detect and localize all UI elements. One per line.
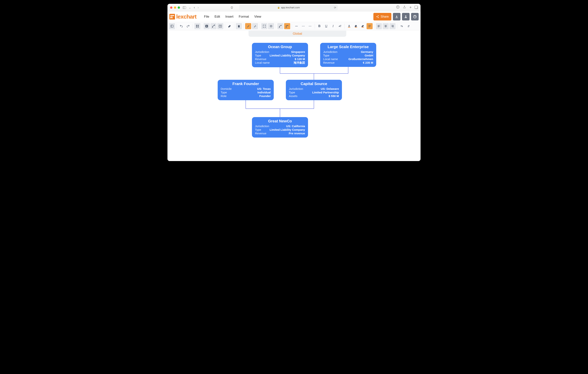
node-attr: Revenue$ 120 M [255,57,305,61]
menu-file[interactable]: File [204,15,209,19]
toolbar-highlight[interactable] [367,23,373,29]
toolbar-panel-toggle[interactable] [169,23,175,29]
toolbar-grid-layout[interactable] [194,23,200,29]
attr-key: Jurisdiction [289,87,303,90]
account-button[interactable] [402,13,410,21]
node-attr: Local name海洋集团 [255,61,305,64]
toolbar-italic[interactable]: I [330,23,336,29]
nav-forward-button[interactable]: › [198,5,199,10]
help-button[interactable] [411,13,419,21]
toolbar-text-color[interactable] [346,23,352,29]
refresh-button[interactable]: ⟳ [334,6,336,9]
toolbar-line-solid[interactable] [294,23,299,29]
close-window-button[interactable] [170,6,172,9]
toolbar-line-dotted[interactable] [307,23,313,29]
toolbar-fill-color[interactable] [353,23,359,29]
sidebar-toggle-icon[interactable] [183,6,186,9]
tabs-overview-icon[interactable] [415,6,418,9]
toolbar-text-frame[interactable] [217,23,223,29]
attr-key: Type [255,54,261,57]
attr-key: Jurisdiction [255,125,269,128]
toolbar-underline[interactable]: U [323,23,329,29]
privacy-shield-icon[interactable] [231,6,233,9]
toolbar-separator [234,24,234,29]
window-controls [170,6,180,9]
node-title: Ocean Group [255,45,305,49]
dropdown-chevron-icon[interactable]: ⌄ [189,6,191,9]
menu-insert[interactable]: Insert [225,15,234,19]
node-newco[interactable]: Great NewCoJurisdictionUS: CaliforniaTyp… [252,117,308,138]
toolbar-separator [202,24,202,29]
toolbar-align-left[interactable] [376,23,382,29]
attr-value: Germany [361,50,373,53]
downloads-icon[interactable] [396,5,399,10]
attr-value: Limited Liability Company [270,128,305,131]
attr-value: GmbH [365,54,373,57]
node-lse[interactable]: Large Scale EnterpriseJurisdictionGerman… [320,43,376,67]
share-button[interactable]: Share [373,13,391,21]
attr-key: Role [221,94,227,97]
address-bar[interactable]: 🔒 app.lexchart.com ⟳ [239,5,338,10]
toolbar-separator [260,24,260,29]
toolbar-text-size[interactable] [337,23,343,29]
browser-titlebar: ⌄ ‹ › 🔒 app.lexchart.com ⟳ + [168,4,420,11]
maximize-window-button[interactable] [178,6,180,9]
menu-edit[interactable]: Edit [214,15,220,19]
toolbar-trash[interactable] [236,23,242,29]
attr-value: € 235 M [363,61,373,64]
svg-rect-17 [348,27,350,27]
toolbar-border-color[interactable] [360,23,366,29]
node-frank[interactable]: Frank FounderDomicileUS: TexasTypeIndivi… [218,80,274,100]
node-ocean[interactable]: Ocean GroupJurisdictionSingaporeTypeLimi… [252,43,308,67]
svg-point-16 [286,27,286,27]
toolbar-bold[interactable]: B [316,23,322,29]
canvas-area[interactable]: Global Ocean GroupJurisdictionSingaporeT… [168,30,420,161]
svg-rect-6 [171,25,173,27]
download-button[interactable] [393,13,400,21]
toolbar-reorder-horiz[interactable] [406,23,412,29]
toolbar-collapse[interactable] [268,23,274,29]
node-attr: TypeGmbH [323,54,373,57]
toolbar-align-right[interactable] [389,23,396,29]
toolbar-align-center[interactable] [383,23,389,29]
menubar: File Edit Insert Format View [204,15,261,19]
toolbar-redo[interactable] [185,23,191,29]
app-logo[interactable]: lexchart [169,13,196,20]
attr-key: Type [323,54,329,57]
menu-format[interactable]: Format [239,15,249,19]
menu-view[interactable]: View [254,15,261,19]
diagram-header-label: Global [293,32,302,36]
attr-value: 海洋集团 [294,61,305,64]
url-text: app.lexchart.com [281,6,300,9]
new-tab-icon[interactable]: + [409,5,412,10]
toolbar-connector[interactable] [210,23,217,29]
minimize-window-button[interactable] [174,6,176,9]
node-attr: Assets$ 550 M [289,94,339,97]
node-title: Frank Founder [221,82,271,86]
svg-point-2 [376,16,377,17]
toolbar-elbow-connector[interactable] [284,23,290,29]
node-attr: RoleFounder [221,94,271,97]
toolbar-undo[interactable] [178,23,184,29]
toolbar-curve-connector[interactable] [277,23,284,29]
toolbar-reorder-vert[interactable] [399,23,405,29]
toolbar-auto-layout[interactable] [252,23,258,29]
node-attr: TypeLimited Liability Company [255,128,305,131]
svg-rect-8 [198,25,199,26]
toolbar-add-node[interactable] [204,23,210,29]
toolbar-line-dashed[interactable] [300,23,306,29]
toolbar-pencil[interactable] [227,23,233,29]
node-title: Capital Source [289,82,339,86]
share-icon[interactable] [403,5,406,10]
diagram-header-node[interactable]: Global [249,31,346,37]
attr-value: US: California [286,125,305,128]
toolbar-expand[interactable] [261,23,267,29]
toolbar-magic-wand[interactable] [245,23,251,29]
svg-rect-19 [362,27,364,27]
nav-back-button[interactable]: ‹ [194,5,195,10]
toolbar-separator [193,24,193,29]
attr-value: Singapore [291,50,305,53]
toolbar-separator [225,24,225,29]
node-attr: DomicileUS: Texas [221,87,271,90]
node-capital[interactable]: Capital SourceJurisdictionUS: DelawareTy… [286,80,342,100]
